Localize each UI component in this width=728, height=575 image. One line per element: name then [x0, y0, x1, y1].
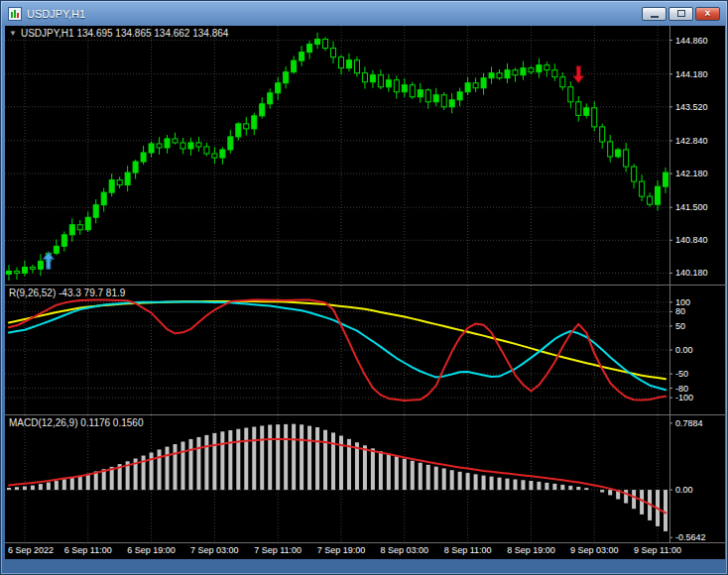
main-chart-panel[interactable]: ▼ USDJPY,H1 134.695 134.865 134.662 134.… [5, 26, 725, 285]
sell-arrow-object[interactable] [573, 66, 584, 83]
minimize-icon [651, 16, 659, 18]
macd-axis[interactable]: 0.78840.00-0.5642 [669, 418, 706, 542]
oscillator-line-mid [9, 301, 666, 390]
svg-text:-80: -80 [675, 384, 688, 394]
time-axis-label: 9 Sep 03:00 [570, 545, 619, 555]
time-axis[interactable]: 6 Sep 20226 Sep 11:006 Sep 19:007 Sep 03… [5, 542, 725, 559]
window-controls: × [642, 7, 720, 21]
oscillator-panel[interactable]: R(9,26,52) -43.3 79.7 81.9 10080500.00-5… [5, 286, 725, 414]
time-axis-label: 6 Sep 2022 [8, 545, 54, 555]
oscillator-label: R(9,26,52) -43.3 79.7 81.9 [9, 288, 125, 298]
time-axis-label: 6 Sep 11:00 [64, 545, 112, 555]
time-axis-label: 8 Sep 03:00 [381, 545, 429, 555]
app-icon[interactable] [8, 7, 22, 21]
macd-panel[interactable]: MACD(12,26,9) 0.1176 0.1560 0.78840.00-0… [5, 415, 725, 542]
window-titlebar[interactable]: USDJPY,H1 × [6, 3, 722, 24]
buy-arrow-object[interactable] [43, 252, 54, 269]
oscillator-axis[interactable]: 10080500.00-50-80-100 [669, 297, 693, 402]
time-axis-label: 6 Sep 19:00 [127, 545, 176, 555]
chart-shift-marker-icon[interactable]: ▼ [9, 30, 17, 38]
macd-histogram [7, 424, 667, 531]
svg-text:0.00: 0.00 [675, 485, 693, 495]
svg-text:144.860: 144.860 [675, 36, 708, 46]
svg-text:141.500: 141.500 [675, 202, 708, 212]
candlestick-series [6, 33, 667, 281]
svg-text:0.00: 0.00 [675, 345, 693, 355]
time-axis-label: 7 Sep 19:00 [317, 545, 366, 555]
close-button[interactable]: × [695, 7, 720, 21]
time-axis-label: 8 Sep 11:00 [444, 545, 492, 555]
svg-text:142.180: 142.180 [675, 169, 708, 178]
minimize-button[interactable] [642, 7, 667, 21]
time-axis-label: 8 Sep 19:00 [507, 545, 555, 555]
svg-text:143.520: 143.520 [675, 102, 708, 112]
price-gridlines [5, 41, 669, 274]
svg-text:100: 100 [675, 297, 690, 307]
svg-text:140.180: 140.180 [675, 268, 708, 278]
window-title: USDJPY,H1 [27, 8, 85, 20]
svg-text:80: 80 [675, 306, 685, 316]
macd-chart[interactable]: 0.78840.00-0.5642 [5, 415, 725, 542]
svg-text:0.7884: 0.7884 [675, 418, 703, 428]
oscillator-line-short [9, 300, 666, 402]
svg-text:-100: -100 [675, 393, 693, 402]
price-axis[interactable]: 144.860144.180143.520142.840142.180141.5… [669, 36, 708, 279]
time-axis-label: 7 Sep 03:00 [190, 545, 239, 555]
ohlc-label: ▼ USDJPY,H1 134.695 134.865 134.662 134.… [9, 28, 228, 39]
macd-signal-line [9, 439, 666, 513]
maximize-button[interactable] [668, 7, 693, 21]
time-axis-label: 9 Sep 11:00 [634, 545, 681, 555]
macd-label: MACD(12,26,9) 0.1176 0.1560 [9, 417, 143, 428]
svg-text:50: 50 [675, 321, 685, 331]
candlestick-chart[interactable]: 144.860144.180143.520142.840142.180141.5… [5, 26, 725, 285]
chart-client-area: ▼ USDJPY,H1 134.695 134.865 134.662 134.… [5, 26, 725, 559]
svg-text:142.840: 142.840 [675, 136, 708, 146]
time-axis-label: 7 Sep 11:00 [254, 545, 302, 555]
svg-text:-50: -50 [675, 369, 688, 379]
svg-text:144.180: 144.180 [675, 69, 708, 79]
ohlc-text: USDJPY,H1 134.695 134.865 134.662 134.86… [21, 28, 228, 39]
close-icon: × [705, 9, 711, 19]
svg-text:140.840: 140.840 [675, 235, 708, 245]
mt4-chart-window: USDJPY,H1 × ▼ USDJPY,H1 134.695 134.865 … [0, 0, 728, 575]
maximize-icon [677, 10, 685, 17]
svg-text:-0.5642: -0.5642 [675, 532, 706, 542]
oscillator-chart[interactable]: 10080500.00-50-80-100 [5, 286, 725, 414]
